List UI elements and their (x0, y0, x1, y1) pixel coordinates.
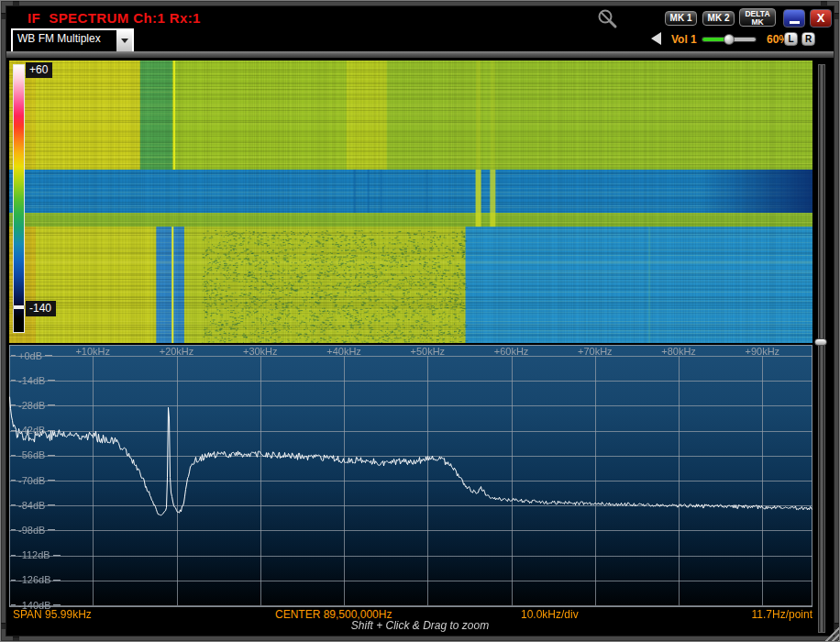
zoom-reset-icon[interactable] (596, 7, 620, 31)
window-title: IF SPECTRUM Ch:1 Rx:1 (28, 10, 201, 26)
volume-slider-thumb[interactable] (724, 34, 735, 45)
marker2-button[interactable]: MK 2 (702, 11, 735, 26)
scale-min-label: -140 (26, 301, 56, 316)
audio-right-button[interactable]: R (801, 32, 815, 46)
frame-notch (13, 636, 19, 641)
x-axis-tick-label: +30kHz (230, 346, 291, 357)
x-axis-tick-label: +50kHz (397, 346, 458, 357)
marker1-button[interactable]: MK 1 (665, 11, 697, 26)
frame-notch (834, 13, 839, 19)
scale-max-label: +60 (26, 62, 52, 78)
y-axis-tick-label: -126dB (11, 574, 61, 586)
split-ratio-slider[interactable] (818, 64, 825, 633)
x-axis-tick-label: +10kHz (62, 346, 123, 357)
spectrum-canvas[interactable] (9, 345, 812, 607)
frame-notch (1, 13, 6, 19)
delta-marker-line2: MK (751, 17, 763, 27)
speaker-icon[interactable] (651, 32, 661, 45)
y-axis-tick-label: +0dB (11, 349, 52, 361)
waterfall-canvas[interactable] (9, 61, 812, 343)
close-button[interactable]: X (810, 9, 832, 28)
frame-notch (13, 1, 19, 6)
zoom-hint-text: Shift + Click & Drag to zoom (0, 619, 840, 632)
x-axis-tick-label: +20kHz (147, 346, 207, 357)
chevron-down-icon (121, 39, 128, 43)
x-axis-tick-label: +90kHz (732, 346, 792, 357)
delta-marker-button[interactable]: DELTAMK (739, 8, 776, 27)
volume-slider[interactable] (702, 38, 756, 41)
audio-left-button[interactable]: L (784, 32, 798, 46)
x-axis-tick-label: +70kHz (565, 346, 625, 357)
minimize-icon (790, 21, 800, 24)
minimize-button[interactable] (783, 9, 805, 28)
panel-separator (6, 51, 834, 58)
frame-notch (821, 1, 827, 6)
y-axis-tick-label: -28dB (11, 399, 55, 411)
y-axis-tick-label: -70dB (11, 474, 55, 486)
waterfall-colorbar (13, 64, 25, 333)
y-axis-tick-label: -14dB (11, 374, 55, 386)
colorbar-marker[interactable] (14, 305, 24, 309)
demod-preset-select[interactable]: WB FM Multiplex (11, 28, 134, 53)
preset-dropdown-button[interactable] (116, 30, 132, 51)
y-axis-tick-label: -98dB (11, 524, 55, 536)
volume-label: Vol 1 (671, 33, 697, 46)
split-ratio-thumb[interactable] (814, 338, 827, 346)
y-axis-tick-label: -56dB (11, 449, 55, 461)
y-axis-tick-label: -112dB (11, 549, 61, 561)
x-axis-tick-label: +40kHz (314, 346, 374, 357)
x-axis-tick-label: +80kHz (648, 346, 709, 357)
x-axis-tick-label: +60kHz (481, 346, 542, 357)
y-axis-tick-label: -84dB (11, 499, 55, 511)
y-axis-tick-label: -42dB (11, 425, 55, 437)
demod-preset-value: WB FM Multiplex (13, 30, 116, 51)
window-frame: IF SPECTRUM Ch:1 Rx:1 WB FM Multiplex MK… (0, 0, 840, 642)
